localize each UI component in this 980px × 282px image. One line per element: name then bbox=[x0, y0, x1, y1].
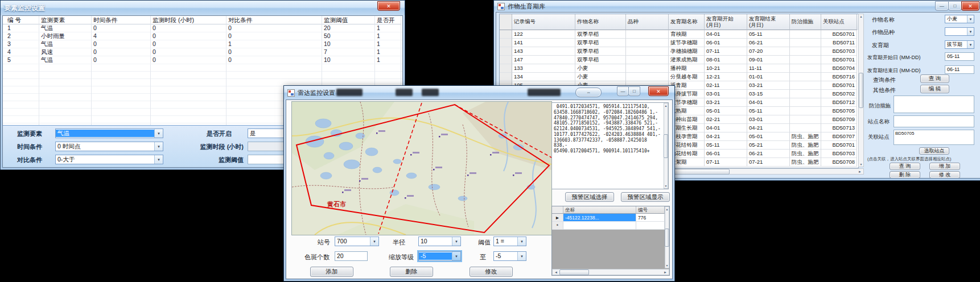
grid-horizontal-scrollbar[interactable]: ◄ ► bbox=[552, 269, 669, 275]
chevron-down-icon[interactable]: ▼ bbox=[154, 129, 163, 138]
table-row[interactable]: 3气温001101 bbox=[3, 40, 403, 48]
table-cell: 双季早稻 bbox=[575, 30, 626, 39]
map[interactable]: 黄石市 bbox=[291, 101, 552, 235]
table-row[interactable]: 147双季早稻灌浆成熟期08-0109-01BD50701 bbox=[500, 56, 858, 64]
scrollbar-thumb[interactable] bbox=[559, 269, 589, 275]
table-cell: 拔节孕穗期 bbox=[669, 39, 705, 47]
query-button[interactable]: 查 询 bbox=[920, 74, 949, 83]
scroll-down-icon[interactable]: ▼ bbox=[666, 263, 669, 268]
scroll-down-icon[interactable]: ▼ bbox=[860, 162, 863, 167]
scroll-up-icon[interactable]: ▲ bbox=[665, 103, 668, 108]
table-row[interactable]: 1气温000201 bbox=[3, 24, 403, 32]
scroll-up-icon[interactable]: ▲ bbox=[860, 14, 863, 19]
grid-vertical-scrollbar[interactable]: ▲ ▼ bbox=[665, 206, 669, 268]
dropdown-value: -5 bbox=[419, 252, 452, 260]
table-header-row[interactable]: 记录编号作物名称品种发育期名称发育期开始 (月日)发育期结束 (月日)防治措施关… bbox=[500, 14, 858, 30]
table-header-row[interactable]: 编 号监测要素时间条件监测时段 (小时)对比条件监测阈值是否开启 bbox=[3, 16, 403, 24]
zoom-level-dropdown[interactable]: -5 ▼ bbox=[418, 251, 461, 261]
scroll-left-icon[interactable]: ◄ bbox=[553, 271, 559, 274]
minimize-icon: — bbox=[940, 3, 944, 9]
crop-variety-dropdown[interactable]: ▼ bbox=[945, 27, 974, 36]
period-label: 监测时段 (小时) bbox=[168, 143, 244, 151]
chevron-down-icon[interactable]: ▼ bbox=[517, 237, 526, 246]
period-end-label: 发育期结束日 (MM-DD) bbox=[867, 67, 921, 74]
scroll-right-icon[interactable]: ► bbox=[857, 170, 863, 173]
minimize-button[interactable]: — bbox=[617, 86, 629, 96]
chevron-down-icon[interactable]: ▼ bbox=[967, 28, 974, 35]
resize-button[interactable]: ⇔ bbox=[575, 88, 602, 97]
chevron-down-icon[interactable]: ▼ bbox=[967, 41, 974, 48]
to-dropdown[interactable]: -5 ▼ bbox=[493, 251, 526, 261]
scroll-right-icon[interactable]: ► bbox=[662, 271, 669, 274]
chevron-down-icon[interactable]: ▼ bbox=[154, 155, 163, 164]
chevron-down-icon[interactable]: ▼ bbox=[452, 237, 460, 246]
chevron-down-icon[interactable]: ▼ bbox=[370, 237, 378, 246]
compare-condition-dropdown[interactable]: 0-大于 ▼ bbox=[55, 155, 163, 164]
threshold-dropdown[interactable]: 1 = ▼ bbox=[493, 237, 526, 246]
monitor-element-dropdown[interactable]: 气温 ▼ bbox=[55, 128, 163, 138]
radius-dropdown[interactable]: 10 ▼ bbox=[418, 237, 461, 246]
growth-period-label: 发育期 bbox=[872, 42, 889, 49]
crop-variety-label: 作物品种 bbox=[872, 28, 895, 36]
table-row[interactable]: 4风速00071 bbox=[3, 48, 403, 56]
scroll-up-icon[interactable]: ▲ bbox=[666, 207, 669, 212]
coordinates-scrollbar[interactable]: ▲ ▼ bbox=[664, 103, 668, 189]
table-cell: 1 bbox=[375, 56, 401, 64]
crud-add-button[interactable]: 增 加 bbox=[929, 163, 960, 170]
chevron-down-icon[interactable]: ▼ bbox=[517, 252, 526, 260]
station-number-dropdown[interactable]: 700 ▼ bbox=[335, 237, 379, 246]
close-button[interactable]: ✕ bbox=[648, 86, 669, 96]
scrollbar-thumb[interactable] bbox=[664, 134, 668, 158]
table-cell: 编 号 bbox=[3, 16, 39, 24]
crud-modify-button[interactable]: 修 改 bbox=[929, 171, 960, 179]
warning-area-show-button[interactable]: 预警区域显示 bbox=[621, 192, 670, 202]
warning-area-select-button[interactable]: 预警区域选择 bbox=[565, 192, 614, 202]
close-icon: ✕ bbox=[386, 3, 391, 9]
crud-query-button[interactable]: 查 询 bbox=[890, 163, 920, 170]
related-station-textarea[interactable]: BD50705 bbox=[893, 130, 974, 145]
chevron-down-icon[interactable]: ▼ bbox=[154, 142, 163, 151]
scrollbar-thumb[interactable] bbox=[665, 229, 669, 247]
maximize-button[interactable]: □ bbox=[948, 1, 962, 11]
chevron-down-icon[interactable]: ▼ bbox=[452, 252, 460, 260]
table-row[interactable]: 122双季早稻育秧期04-0105-11BD50701 bbox=[500, 30, 858, 39]
crud-delete-button[interactable]: 删 除 bbox=[890, 171, 920, 179]
modify-button[interactable]: 修改 bbox=[470, 267, 513, 277]
growth-period-dropdown[interactable]: 拔节期 ▼ bbox=[945, 40, 974, 49]
titlebar[interactable]: 作物生育期库 bbox=[494, 1, 980, 12]
time-condition-dropdown[interactable]: 0 时间点 ▼ bbox=[55, 142, 163, 151]
table-header-row[interactable]: 坐标编号 bbox=[552, 206, 665, 214]
pick-station-button[interactable]: 选取站点 bbox=[919, 147, 949, 155]
chevron-down-icon[interactable]: ▼ bbox=[967, 15, 974, 23]
table-row[interactable]: 2小时雨量400501 bbox=[3, 32, 403, 40]
table-row[interactable]: 134小麦分蘖越冬期12-2101-01BD50716 bbox=[500, 73, 858, 81]
close-button[interactable]: ✕ bbox=[377, 1, 400, 11]
station-name-textarea[interactable] bbox=[893, 115, 974, 127]
coordinates-textarea[interactable]: 0491.0172034571, 905914.121175410, 63458… bbox=[551, 102, 669, 189]
table-row[interactable]: 143双季早稻孕穗抽穗期07-1107-20BD50703 bbox=[500, 47, 858, 56]
table-cell: 小时雨量 bbox=[39, 32, 92, 40]
period-end-field[interactable]: 06-11 bbox=[945, 65, 974, 74]
titlebar[interactable]: 要素监控设置 bbox=[1, 1, 405, 15]
table-cell: 0 bbox=[92, 40, 151, 48]
period-start-field[interactable]: 05-11 bbox=[945, 52, 974, 61]
maximize-button[interactable]: □ bbox=[628, 86, 640, 96]
delete-button[interactable]: 删除 bbox=[390, 267, 433, 277]
patch-count-field[interactable]: 20 bbox=[335, 251, 368, 261]
close-button[interactable]: ✕ bbox=[961, 1, 979, 11]
add-button[interactable]: 添加 bbox=[310, 267, 353, 277]
scrollbar-thumb[interactable] bbox=[859, 73, 863, 108]
crop-name-dropdown[interactable]: 小麦 ▼ bbox=[945, 15, 974, 23]
edit-button[interactable]: 编 辑 bbox=[920, 85, 949, 93]
table-vertical-scrollbar[interactable]: ▲ ▼ bbox=[858, 14, 864, 167]
table-row[interactable]: * bbox=[552, 222, 665, 230]
control-measure-textarea[interactable] bbox=[893, 96, 974, 113]
scroll-down-icon[interactable]: ▼ bbox=[665, 184, 668, 188]
minimize-button[interactable]: — bbox=[935, 1, 949, 11]
table-row[interactable]: 133小麦播种期10-2111-11BD50704 bbox=[500, 64, 858, 73]
table-row[interactable]: 5气温000101 bbox=[3, 56, 403, 64]
table-row[interactable]: 141双季早稻拔节孕穗期06-0106-21BD50711 bbox=[500, 39, 858, 47]
table-cell: 编号 bbox=[636, 206, 665, 214]
table-row[interactable]: ►-45122.12238...776 bbox=[552, 214, 665, 222]
monitor-element-label: 监测要素 bbox=[17, 130, 42, 138]
